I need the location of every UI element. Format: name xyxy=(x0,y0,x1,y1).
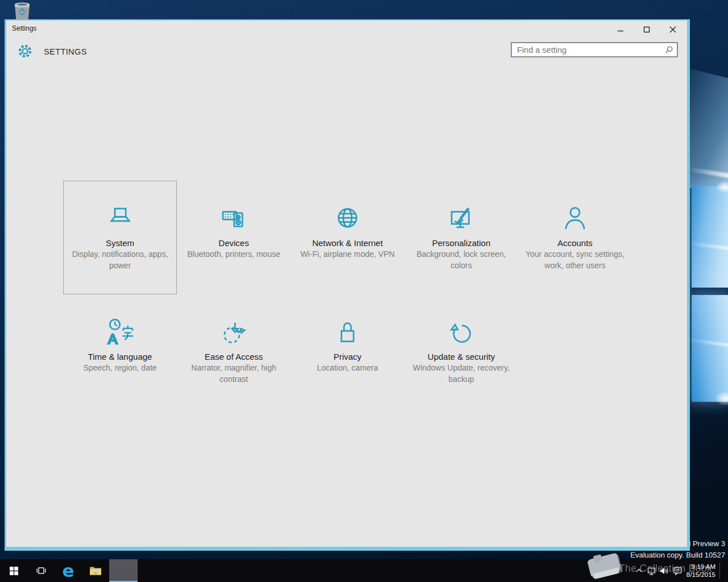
maximize-button[interactable] xyxy=(637,23,656,36)
tile-description: Background, lock screen, colors xyxy=(409,249,514,271)
tile-title: Privacy xyxy=(291,352,404,361)
settings-tile-personalization[interactable]: Personalization Background, lock screen,… xyxy=(404,181,518,294)
show-desktop-divider[interactable] xyxy=(719,563,720,579)
volume-icon[interactable] xyxy=(659,566,669,576)
tile-description: Windows Update, recovery, backup xyxy=(409,363,514,385)
update-security-icon xyxy=(446,317,477,348)
minimize-button[interactable] xyxy=(611,23,630,36)
tile-title: Network & Internet xyxy=(291,238,404,248)
close-icon xyxy=(669,26,676,33)
settings-tile-time-language[interactable]: Time & language Speech, region, date xyxy=(63,294,177,408)
accounts-icon xyxy=(560,203,590,234)
wallpaper-light-streak xyxy=(688,242,728,251)
tray-date: 8/15/2015 xyxy=(686,571,715,579)
settings-app-button-active[interactable] xyxy=(109,559,138,582)
wallpaper-crossbar xyxy=(692,288,728,295)
network-icon[interactable] xyxy=(647,566,656,576)
wallpaper-beam xyxy=(685,68,728,199)
time-language-icon xyxy=(105,317,135,348)
personalization-icon xyxy=(446,203,477,234)
tile-title: Personalization xyxy=(404,238,518,248)
settings-tile-devices[interactable]: Devices Bluetooth, printers, mouse xyxy=(177,181,291,294)
tile-description: Your account, sync settings, work, other… xyxy=(523,249,627,271)
edge-icon: e xyxy=(62,559,74,582)
close-button[interactable] xyxy=(663,23,682,36)
wallpaper-window-pane xyxy=(692,295,728,402)
tile-description: Speech, region, date xyxy=(68,363,172,374)
wallpaper-window-pane xyxy=(692,186,728,288)
tile-description: Narrator, magnifier, high contrast xyxy=(181,363,286,385)
titlebar[interactable]: Settings xyxy=(6,20,687,38)
search-input[interactable] xyxy=(512,43,677,56)
tile-title: Update & security xyxy=(404,352,518,361)
privacy-icon xyxy=(332,317,363,348)
taskbar: e xyxy=(0,559,728,582)
minimize-icon xyxy=(617,26,624,33)
start-button[interactable] xyxy=(0,559,27,582)
desktop: al Preview 3 Evaluation copy. Build 1052… xyxy=(0,0,728,582)
gear-icon xyxy=(17,43,33,59)
tile-description: Bluetooth, printers, mouse xyxy=(181,249,286,260)
wallpaper-glow xyxy=(715,181,728,193)
settings-window: Settings SETTINGS xyxy=(5,19,690,551)
system-icon xyxy=(105,203,135,234)
folder-icon xyxy=(89,566,102,576)
tray-clock[interactable]: 9:19 AM 8/15/2015 xyxy=(686,563,715,579)
tile-description: Display, notifications, apps, power xyxy=(68,249,172,271)
windows-logo-icon xyxy=(9,566,19,576)
settings-tile-grid: System Display, notifications, apps, pow… xyxy=(63,181,632,408)
devices-icon xyxy=(218,203,249,234)
action-center-icon[interactable] xyxy=(673,566,682,576)
edge-button[interactable]: e xyxy=(55,559,82,582)
settings-tile-system[interactable]: System Display, notifications, apps, pow… xyxy=(63,181,177,294)
tile-description: Location, camera xyxy=(295,363,400,374)
settings-tile-privacy[interactable]: Privacy Location, camera xyxy=(291,294,404,408)
tile-title: Accounts xyxy=(518,238,632,248)
wallpaper-light-streak xyxy=(688,167,728,178)
tile-title: Devices xyxy=(177,238,291,248)
file-explorer-button[interactable] xyxy=(82,559,109,582)
tile-title: Time & language xyxy=(63,352,177,361)
app-header: SETTINGS xyxy=(6,38,687,72)
page-title: SETTINGS xyxy=(44,47,87,56)
tray-time: 9:19 AM xyxy=(686,563,715,571)
settings-tile-network-internet[interactable]: Network & Internet Wi-Fi, airplane mode,… xyxy=(291,181,404,294)
wallpaper-fade xyxy=(692,398,728,551)
tile-title: System xyxy=(63,238,177,248)
build-watermark-line2: Evaluation copy. Build 10527 xyxy=(630,551,725,559)
settings-tile-accounts[interactable]: Accounts Your account, sync settings, wo… xyxy=(518,181,632,294)
task-view-button[interactable] xyxy=(27,559,55,582)
wallpaper-light-streak xyxy=(688,338,728,347)
settings-tile-update-security[interactable]: Update & security Windows Update, recove… xyxy=(404,294,518,408)
window-title: Settings xyxy=(12,24,36,32)
settings-tile-ease-of-access[interactable]: Ease of Access Narrator, magnifier, high… xyxy=(177,294,291,408)
maximize-icon xyxy=(643,26,650,33)
recycle-bin-icon[interactable] xyxy=(11,1,33,21)
tile-description: Wi-Fi, airplane mode, VPN xyxy=(295,249,400,260)
search-icon xyxy=(664,45,673,55)
network-internet-icon xyxy=(332,203,363,234)
wallpaper-glow xyxy=(714,391,728,406)
build-watermark-line1: al Preview 3 xyxy=(685,539,725,548)
task-view-icon xyxy=(36,566,47,575)
search-box[interactable] xyxy=(511,42,678,57)
chevron-up-icon[interactable] xyxy=(635,567,643,573)
ease-of-access-icon xyxy=(218,317,249,348)
tile-title: Ease of Access xyxy=(177,352,291,361)
